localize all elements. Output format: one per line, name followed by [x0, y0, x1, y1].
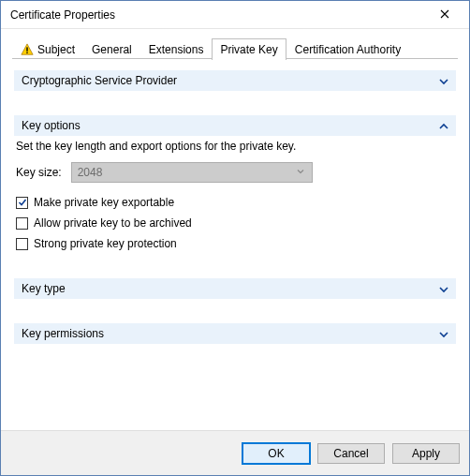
- warning-icon: [21, 43, 34, 56]
- svg-rect-0: [26, 47, 27, 51]
- section-key-options-header[interactable]: Key options: [14, 115, 456, 136]
- svg-rect-1: [26, 52, 27, 53]
- close-icon: [440, 8, 449, 22]
- close-button[interactable]: [426, 3, 463, 27]
- tab-page-private-key: Cryptographic Service Provider Key optio…: [12, 59, 458, 430]
- chevron-down-icon: [439, 329, 448, 338]
- section-title: Key options: [22, 119, 439, 132]
- tab-private-key[interactable]: Private Key: [212, 38, 286, 60]
- chevron-down-icon: [293, 166, 308, 179]
- checkbox-label: Make private key exportable: [34, 196, 174, 209]
- client-area: Subject General Extensions Private Key C…: [1, 29, 469, 430]
- spacer: [12, 254, 458, 278]
- checkbox-label: Strong private key protection: [34, 237, 177, 250]
- window-title: Certificate Properties: [10, 8, 426, 22]
- dialog-button-bar: OK Cancel Apply: [1, 430, 469, 475]
- ok-button[interactable]: OK: [242, 443, 310, 464]
- spacer: [12, 185, 458, 192]
- section-title: Cryptographic Service Provider: [22, 74, 439, 87]
- checkbox-exportable[interactable]: [16, 197, 28, 209]
- tab-label: General: [92, 43, 132, 56]
- key-size-row: Key size: 2048: [12, 160, 458, 185]
- section-description: Set the key length and export options fo…: [12, 136, 458, 160]
- button-label: Cancel: [333, 447, 368, 460]
- spacer: [12, 299, 458, 323]
- key-size-select[interactable]: 2048: [71, 162, 313, 183]
- chevron-up-icon: [439, 121, 448, 130]
- spacer: [12, 91, 458, 115]
- section-key-permissions-header[interactable]: Key permissions: [14, 323, 456, 344]
- key-size-label: Key size:: [16, 166, 62, 179]
- section-csp-header[interactable]: Cryptographic Service Provider: [14, 70, 456, 91]
- cancel-button[interactable]: Cancel: [317, 443, 385, 464]
- apply-button[interactable]: Apply: [392, 443, 460, 464]
- checkbox-strong-row: Strong private key protection: [12, 233, 458, 254]
- tab-certification-authority[interactable]: Certification Authority: [286, 38, 409, 60]
- button-label: OK: [268, 447, 284, 460]
- tab-label: Certification Authority: [295, 43, 401, 56]
- tab-label: Private Key: [220, 43, 277, 56]
- tab-subject[interactable]: Subject: [12, 38, 83, 60]
- dialog-window: Certificate Properties Subject General E…: [0, 0, 470, 476]
- checkbox-label: Allow private key to be archived: [34, 216, 192, 230]
- checkbox-archive[interactable]: [16, 217, 28, 230]
- section-key-type-header[interactable]: Key type: [14, 278, 456, 299]
- section-title: Key permissions: [22, 327, 439, 340]
- tab-label: Extensions: [149, 43, 204, 56]
- tab-strip: Subject General Extensions Private Key C…: [12, 37, 458, 59]
- button-label: Apply: [412, 447, 440, 460]
- chevron-down-icon: [439, 76, 448, 85]
- key-size-value: 2048: [78, 166, 293, 179]
- tab-general[interactable]: General: [83, 38, 140, 60]
- section-title: Key type: [22, 282, 439, 295]
- checkbox-archive-row: Allow private key to be archived: [12, 213, 458, 233]
- checkbox-exportable-row: Make private key exportable: [12, 192, 458, 213]
- chevron-down-icon: [439, 284, 448, 293]
- titlebar: Certificate Properties: [1, 1, 469, 29]
- checkbox-strong-protection[interactable]: [16, 238, 28, 250]
- tab-extensions[interactable]: Extensions: [140, 38, 213, 60]
- tab-label: Subject: [37, 43, 75, 56]
